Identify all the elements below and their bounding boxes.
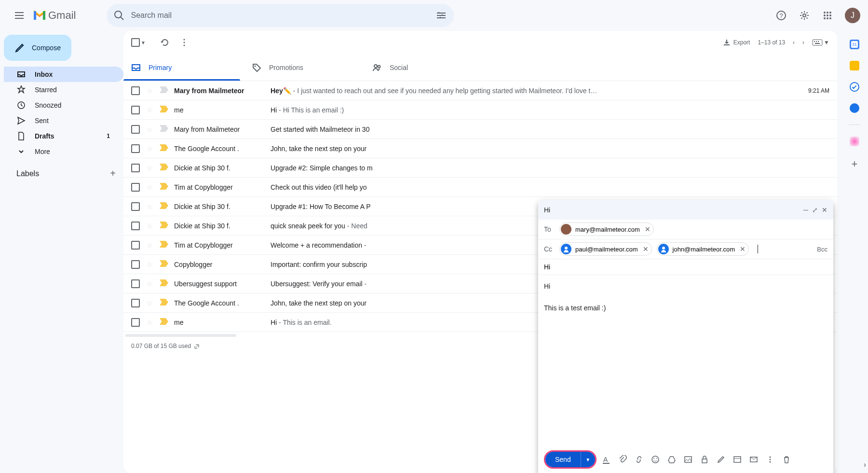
insert-template-button[interactable] xyxy=(732,455,742,464)
tasks-app-icon[interactable] xyxy=(850,82,859,92)
remove-recipient-button[interactable]: ✕ xyxy=(740,245,746,253)
row-checkbox[interactable] xyxy=(131,86,140,95)
insert-photo-button[interactable] xyxy=(683,455,693,464)
star-button[interactable]: ☆ xyxy=(147,222,153,230)
more-button[interactable] xyxy=(175,33,194,52)
send-button[interactable]: Send xyxy=(545,452,581,467)
tab-primary[interactable]: Primary xyxy=(123,54,244,81)
importance-marker[interactable] xyxy=(160,241,168,249)
main-menu-button[interactable] xyxy=(8,4,31,27)
row-checkbox[interactable] xyxy=(131,318,140,327)
star-button[interactable]: ☆ xyxy=(147,164,153,172)
row-checkbox[interactable] xyxy=(131,144,140,153)
logo[interactable]: Gmail xyxy=(33,9,76,22)
prev-page-button[interactable]: ‹ xyxy=(793,39,795,46)
insert-drive-button[interactable] xyxy=(667,455,677,464)
calendar-app-icon[interactable]: 31 xyxy=(850,40,859,49)
email-row[interactable]: ☆meHi - Hi This is an email :) xyxy=(123,100,837,120)
importance-marker[interactable] xyxy=(160,279,168,288)
importance-marker[interactable] xyxy=(160,183,168,191)
tab-promotions[interactable]: Promotions xyxy=(244,54,365,81)
importance-marker[interactable] xyxy=(160,202,168,210)
remove-recipient-button[interactable]: ✕ xyxy=(645,225,651,233)
input-tools-button[interactable]: ▼ xyxy=(812,39,829,46)
subject-field[interactable]: Hi xyxy=(538,259,833,275)
star-button[interactable]: ☆ xyxy=(147,87,153,95)
email-row[interactable]: ☆Tim at CopybloggerCheck out this video … xyxy=(123,178,837,197)
importance-marker[interactable] xyxy=(160,125,168,133)
star-button[interactable]: ☆ xyxy=(147,241,153,249)
apps-button[interactable] xyxy=(818,6,837,25)
refresh-button[interactable] xyxy=(155,33,175,52)
open-in-new-icon[interactable] xyxy=(194,343,201,349)
formatting-button[interactable]: A xyxy=(601,455,611,464)
star-button[interactable]: ☆ xyxy=(147,145,153,153)
recipient-chip[interactable]: mary@mailmeteor.com ✕ xyxy=(559,223,654,236)
account-avatar[interactable]: J xyxy=(845,8,860,23)
export-button[interactable]: Export xyxy=(723,39,750,46)
sidebar-item-sent[interactable]: Sent xyxy=(4,113,123,128)
sidebar-item-more[interactable]: More xyxy=(4,144,123,159)
search-input[interactable] xyxy=(131,11,435,20)
tab-social[interactable]: Social xyxy=(365,54,485,81)
star-button[interactable]: ☆ xyxy=(147,183,153,191)
settings-button[interactable] xyxy=(795,6,814,25)
more-options-button[interactable] xyxy=(765,455,775,464)
add-label-button[interactable]: + xyxy=(110,168,116,179)
star-button[interactable]: ☆ xyxy=(147,299,153,307)
row-checkbox[interactable] xyxy=(131,299,140,307)
importance-marker[interactable] xyxy=(160,144,168,153)
streak-app-icon[interactable] xyxy=(850,137,859,146)
importance-marker[interactable] xyxy=(160,299,168,307)
importance-marker[interactable] xyxy=(160,164,168,172)
sidebar-item-inbox[interactable]: Inbox xyxy=(4,67,123,82)
recipient-chip[interactable]: john@mailmeteor.com ✕ xyxy=(657,242,749,256)
confidential-mode-button[interactable] xyxy=(700,455,709,464)
row-checkbox[interactable] xyxy=(131,260,140,269)
select-all-dropdown[interactable]: ▼ xyxy=(141,40,146,45)
star-button[interactable]: ☆ xyxy=(147,319,153,326)
bcc-toggle[interactable]: Bcc xyxy=(817,246,827,253)
close-compose-button[interactable]: ✕ xyxy=(822,206,827,214)
email-row[interactable]: ☆Mary from MailmeteorGet started with Ma… xyxy=(123,120,837,139)
importance-marker[interactable] xyxy=(160,106,168,114)
keep-app-icon[interactable] xyxy=(850,61,859,70)
row-checkbox[interactable] xyxy=(131,202,140,211)
star-button[interactable]: ☆ xyxy=(147,261,153,268)
importance-marker[interactable] xyxy=(160,318,168,326)
email-row[interactable]: ☆Dickie at Ship 30 f.Upgrade #2: Simple … xyxy=(123,158,837,178)
row-checkbox[interactable] xyxy=(131,106,140,114)
recipient-chip[interactable]: paul@mailmeteor.com ✕ xyxy=(559,242,652,256)
next-page-button[interactable]: › xyxy=(802,39,804,46)
row-checkbox[interactable] xyxy=(131,183,140,192)
discard-draft-button[interactable] xyxy=(782,455,791,464)
send-options-button[interactable]: ▼ xyxy=(581,452,595,467)
insert-link-button[interactable] xyxy=(634,455,644,464)
support-button[interactable]: ? xyxy=(772,6,791,25)
compose-button[interactable]: Compose xyxy=(4,35,71,61)
star-button[interactable]: ☆ xyxy=(147,125,153,133)
star-button[interactable]: ☆ xyxy=(147,203,153,210)
contacts-app-icon[interactable] xyxy=(850,103,859,113)
insert-emoji-button[interactable] xyxy=(651,455,660,464)
search-bar[interactable] xyxy=(107,4,454,27)
row-checkbox[interactable] xyxy=(131,279,140,288)
minimize-button[interactable]: ─ xyxy=(803,206,808,214)
remove-recipient-button[interactable]: ✕ xyxy=(643,245,649,253)
importance-marker[interactable] xyxy=(160,86,168,95)
row-checkbox[interactable] xyxy=(131,164,140,172)
add-app-button[interactable]: + xyxy=(852,158,858,170)
select-all-checkbox[interactable] xyxy=(131,38,140,47)
star-button[interactable]: ☆ xyxy=(147,106,153,114)
mailmeteor-button[interactable] xyxy=(749,455,759,464)
row-checkbox[interactable] xyxy=(131,241,140,250)
search-options-icon[interactable] xyxy=(435,10,447,21)
compose-body[interactable]: Hi This is a test email :) xyxy=(538,275,833,446)
fullscreen-button[interactable]: ⤢ xyxy=(812,206,818,214)
email-row[interactable]: ☆The Google Account .John, take the next… xyxy=(123,139,837,158)
sidebar-item-drafts[interactable]: Drafts1 xyxy=(4,128,123,144)
sidebar-item-starred[interactable]: Starred xyxy=(4,82,123,97)
email-row[interactable]: ☆Mary from MailmeteorHey✏️ - I just want… xyxy=(123,81,837,100)
importance-marker[interactable] xyxy=(160,222,168,230)
row-checkbox[interactable] xyxy=(131,222,140,230)
